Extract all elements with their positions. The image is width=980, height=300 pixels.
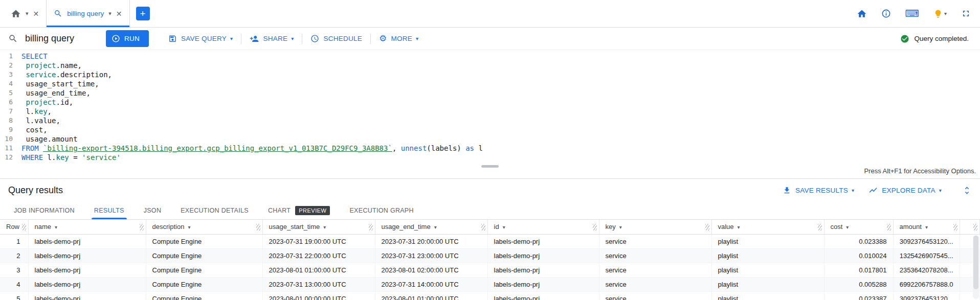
cell-row[interactable]: 5 [0,291,28,300]
cell-description[interactable]: Compute Engine [146,277,262,291]
table-row[interactable]: 2labels-demo-prjCompute Engine2023-07-31… [0,248,980,263]
schedule-button[interactable]: SCHEDULE [302,30,370,47]
cell-id[interactable]: labels-demo-prj [487,277,599,291]
code-line[interactable]: 9 cost, [0,125,980,134]
column-header-amount[interactable]: amount▾ [893,220,960,234]
scrollbar-thumb[interactable] [973,236,978,289]
run-button[interactable]: RUN [106,30,149,47]
more-button[interactable]: ⚙ MORE ▾ [371,30,427,47]
close-icon[interactable]: ✕ [33,10,39,18]
table-row[interactable]: 1labels-demo-prjCompute Engine2023-07-31… [0,234,980,248]
chevron-down-icon[interactable]: ▾ [26,10,29,17]
code-line[interactable]: 8 l.value, [0,116,980,125]
table-row[interactable]: 4labels-demo-prjCompute Engine2023-07-31… [0,277,980,291]
cell-key[interactable]: service [599,277,711,291]
results-tab-execution-details[interactable]: EXECUTION DETAILS [171,201,258,219]
column-header-usage_start_time[interactable]: usage_start_time▾ [262,220,375,234]
cell-name[interactable]: labels-demo-prj [28,234,146,248]
cell-row[interactable]: 1 [0,234,28,248]
cell-usage_start_time[interactable]: 2023-07-31 13:00:00 UTC [262,277,375,291]
column-header-cost[interactable]: cost▾ [824,220,893,234]
column-header-value[interactable]: value▾ [711,220,824,234]
cell-name[interactable]: labels-demo-prj [28,248,146,263]
cell-usage_end_time[interactable]: 2023-07-31 14:00:00 UTC [375,277,487,291]
share-button[interactable]: SHARE ▾ [241,30,302,47]
cell-value[interactable]: playlist [711,234,824,248]
results-tab-chart[interactable]: CHARTPREVIEW [258,201,340,219]
sort-caret-icon[interactable]: ▾ [846,224,849,230]
cell-usage_start_time[interactable]: 2023-08-01 00:00:00 UTC [262,291,375,300]
cell-description[interactable]: Compute Engine [146,248,262,263]
code-line[interactable]: 1SELECT [0,52,980,61]
column-header-description[interactable]: description▾ [146,220,262,234]
cell-value[interactable]: playlist [711,291,824,300]
cell-cost[interactable]: 0.017801 [824,263,893,277]
code-line[interactable]: 6 project.id, [0,98,980,107]
sort-caret-icon[interactable]: ▾ [503,224,505,230]
cell-cost[interactable]: 0.023387 [824,291,893,300]
cell-usage_start_time[interactable]: 2023-07-31 22:00:00 UTC [262,248,375,263]
cell-id[interactable]: labels-demo-prj [487,234,599,248]
code-line[interactable]: 11FROM `billing-export-394518.billing_ex… [0,144,980,153]
tab-billing-query[interactable]: billing query ▾ ✕ [47,0,129,27]
unfold-icon[interactable] [962,186,972,195]
keyboard-icon[interactable]: ⌨ [905,9,919,18]
results-tab-results[interactable]: RESULTS [84,201,134,219]
cell-amount[interactable]: 1325426907545... [893,248,960,263]
column-header-name[interactable]: name▾ [28,220,146,234]
cell-name[interactable]: labels-demo-prj [28,263,146,277]
home-tab[interactable]: ▾ ✕ [3,0,47,27]
cell-amount[interactable]: 6992206757888.0 [893,277,960,291]
sort-caret-icon[interactable]: ▾ [619,224,622,230]
cell-key[interactable]: service [599,248,711,263]
vertical-scrollbar[interactable] [973,235,979,299]
cell-amount[interactable]: 2353642078208... [893,263,960,277]
sort-caret-icon[interactable]: ▾ [55,224,57,230]
results-tab-json[interactable]: JSON [134,201,171,219]
cell-description[interactable]: Compute Engine [146,234,262,248]
lightbulb-icon[interactable]: ▾ [933,9,947,18]
code-line[interactable]: 3 service.description, [0,70,980,79]
code-line[interactable]: 12WHERE l.key = 'service' [0,153,980,162]
sort-caret-icon[interactable]: ▾ [738,224,740,230]
table-row[interactable]: 3labels-demo-prjCompute Engine2023-08-01… [0,263,980,277]
fullscreen-icon[interactable] [961,9,971,18]
add-tab-button[interactable]: + [136,7,150,20]
cell-value[interactable]: playlist [711,263,824,277]
code-line[interactable]: 7 l.key, [0,107,980,116]
code-line[interactable]: 10 usage.amount [0,134,980,144]
cell-description[interactable]: Compute Engine [146,291,262,300]
cell-row[interactable]: 3 [0,263,28,277]
code-line[interactable]: 5 usage_end_time, [0,88,980,98]
cell-id[interactable]: labels-demo-prj [487,248,599,263]
cell-description[interactable]: Compute Engine [146,263,262,277]
cell-usage_end_time[interactable]: 2023-08-01 02:00:00 UTC [375,263,487,277]
cell-amount[interactable]: 3092376453120... [893,291,960,300]
cell-key[interactable]: service [599,263,711,277]
code-line[interactable]: 4 usage_start_time, [0,79,980,88]
code-line[interactable]: 2 project.name, [0,61,980,70]
cell-cost[interactable]: 0.005288 [824,277,893,291]
explore-data-button[interactable]: EXPLORE DATA ▾ [861,182,949,199]
save-query-button[interactable]: SAVE QUERY ▾ [160,30,241,47]
home-icon[interactable] [857,9,867,19]
cell-value[interactable]: playlist [711,248,824,263]
sort-caret-icon[interactable]: ▾ [925,224,928,230]
cell-key[interactable]: service [599,234,711,248]
sql-editor[interactable]: 1SELECT2 project.name,3 service.descript… [0,50,980,164]
cell-amount[interactable]: 3092376453120... [893,234,960,248]
cell-usage_end_time[interactable]: 2023-08-01 01:00:00 UTC [375,291,487,300]
splitter-handle[interactable] [481,165,499,168]
cell-row[interactable]: 2 [0,248,28,263]
cell-key[interactable]: service [599,291,711,300]
cell-usage_start_time[interactable]: 2023-08-01 01:00:00 UTC [262,263,375,277]
column-header-row[interactable]: Row [0,220,28,234]
cell-id[interactable]: labels-demo-prj [487,263,599,277]
cell-id[interactable]: labels-demo-prj [487,291,599,300]
cell-name[interactable]: labels-demo-prj [28,291,146,300]
cell-value[interactable]: playlist [711,277,824,291]
cell-cost[interactable]: 0.023388 [824,234,893,248]
save-results-button[interactable]: SAVE RESULTS ▾ [775,182,861,199]
chevron-down-icon[interactable]: ▾ [944,11,947,16]
cell-usage_end_time[interactable]: 2023-07-31 23:00:00 UTC [375,248,487,263]
